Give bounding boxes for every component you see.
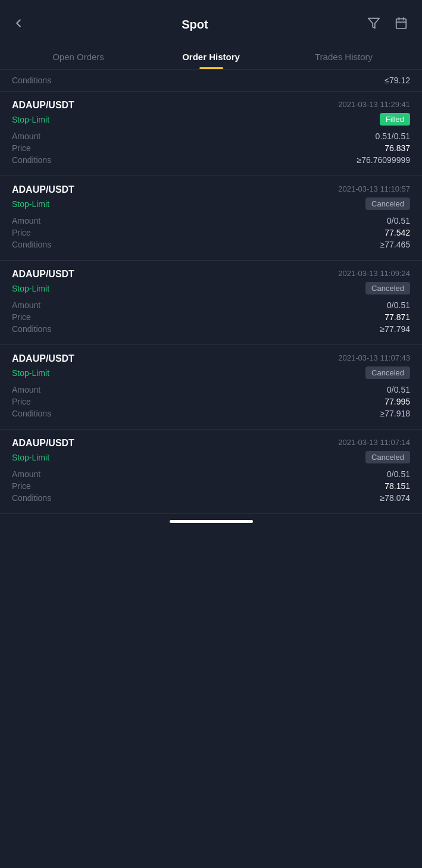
order-header-4: ADAUP/USDT 2021-03-13 11:07:14 <box>12 438 410 449</box>
order-amount-row-2: Amount 0/0.51 <box>12 300 410 310</box>
order-price-label-4: Price <box>12 481 31 491</box>
order-status-badge-0: Filled <box>380 113 410 126</box>
order-header-3: ADAUP/USDT 2021-03-13 11:07:43 <box>12 353 410 364</box>
order-amount-row-0: Amount 0.51/0.51 <box>12 131 410 141</box>
order-price-label-2: Price <box>12 312 31 322</box>
order-conditions-value-2: ≥77.794 <box>380 324 410 334</box>
order-status-badge-3: Canceled <box>365 366 410 379</box>
order-amount-label-3: Amount <box>12 385 40 394</box>
order-price-row-4: Price 78.151 <box>12 481 410 491</box>
order-status-badge-1: Canceled <box>365 198 410 210</box>
order-conditions-value-3: ≥77.918 <box>380 409 410 418</box>
order-conditions-row-2: Conditions ≥77.794 <box>12 324 410 334</box>
order-amount-label-0: Amount <box>12 131 40 141</box>
order-conditions-label-3: Conditions <box>12 409 51 418</box>
order-amount-label-1: Amount <box>12 216 40 225</box>
order-type-row-4: Stop-Limit Canceled <box>12 451 410 463</box>
order-header-0: ADAUP/USDT 2021-03-13 11:29:41 <box>12 100 410 111</box>
order-pair-0: ADAUP/USDT <box>12 100 74 111</box>
order-conditions-row-1: Conditions ≥77.465 <box>12 240 410 249</box>
order-price-value-2: 77.871 <box>385 312 410 322</box>
svg-rect-1 <box>396 19 407 29</box>
order-amount-value-1: 0/0.51 <box>387 216 410 225</box>
order-conditions-row-0: Conditions ≥76.76099999 <box>12 155 410 165</box>
order-type-1: Stop-Limit <box>12 199 49 209</box>
order-amount-value-2: 0/0.51 <box>387 300 410 310</box>
order-type-2: Stop-Limit <box>12 284 49 293</box>
order-type-row-2: Stop-Limit Canceled <box>12 282 410 294</box>
order-price-value-3: 77.995 <box>385 397 410 406</box>
order-price-value-0: 76.837 <box>385 143 410 153</box>
calendar-button[interactable] <box>392 14 410 35</box>
top-conditions-label: Conditions <box>12 76 51 85</box>
order-date-0: 2021-03-13 11:29:41 <box>338 100 410 109</box>
order-type-row-0: Stop-Limit Filled <box>12 113 410 126</box>
order-price-row-3: Price 77.995 <box>12 397 410 406</box>
order-type-0: Stop-Limit <box>12 115 49 124</box>
order-conditions-label-0: Conditions <box>12 155 51 165</box>
order-conditions-value-1: ≥77.465 <box>380 240 410 249</box>
tab-bar: Open Orders Order History Trades History <box>0 45 422 69</box>
order-conditions-label-4: Conditions <box>12 493 51 503</box>
order-amount-row-1: Amount 0/0.51 <box>12 216 410 225</box>
order-price-value-1: 77.542 <box>385 228 410 237</box>
order-type-row-3: Stop-Limit Canceled <box>12 366 410 379</box>
order-price-row-1: Price 77.542 <box>12 228 410 237</box>
filter-button[interactable] <box>365 14 383 35</box>
order-price-value-4: 78.151 <box>385 481 410 491</box>
tab-open-orders[interactable]: Open Orders <box>12 45 145 69</box>
order-amount-label-4: Amount <box>12 469 40 479</box>
order-conditions-label-2: Conditions <box>12 324 51 334</box>
order-amount-row-3: Amount 0/0.51 <box>12 385 410 394</box>
order-status-badge-2: Canceled <box>365 282 410 294</box>
order-type-3: Stop-Limit <box>12 368 49 378</box>
order-status-badge-4: Canceled <box>365 451 410 463</box>
order-date-3: 2021-03-13 11:07:43 <box>338 353 410 362</box>
order-conditions-row-3: Conditions ≥77.918 <box>12 409 410 418</box>
order-pair-4: ADAUP/USDT <box>12 438 74 449</box>
order-pair-1: ADAUP/USDT <box>12 184 74 195</box>
order-conditions-row-4: Conditions ≥78.074 <box>12 493 410 503</box>
order-conditions-value-0: ≥76.76099999 <box>357 155 410 165</box>
order-conditions-label-1: Conditions <box>12 240 51 249</box>
order-card-3: ADAUP/USDT 2021-03-13 11:07:43 Stop-Limi… <box>0 345 422 430</box>
svg-marker-0 <box>368 18 379 29</box>
home-bar <box>170 520 253 523</box>
order-pair-2: ADAUP/USDT <box>12 269 74 280</box>
order-date-2: 2021-03-13 11:09:24 <box>338 269 410 278</box>
order-amount-value-0: 0.51/0.51 <box>376 131 410 141</box>
order-card-1: ADAUP/USDT 2021-03-13 11:10:57 Stop-Limi… <box>0 176 422 261</box>
top-conditions-row: Conditions ≤79.12 <box>0 70 422 92</box>
order-amount-row-4: Amount 0/0.51 <box>12 469 410 479</box>
order-pair-3: ADAUP/USDT <box>12 353 74 364</box>
order-price-row-2: Price 77.871 <box>12 312 410 322</box>
order-date-4: 2021-03-13 11:07:14 <box>338 438 410 447</box>
page-title: Spot <box>182 18 208 32</box>
order-header-2: ADAUP/USDT 2021-03-13 11:09:24 <box>12 269 410 280</box>
back-button[interactable] <box>12 17 25 33</box>
top-conditions-value: ≤79.12 <box>385 76 410 85</box>
order-conditions-value-4: ≥78.074 <box>380 493 410 503</box>
header-icons <box>365 14 410 35</box>
order-card-2: ADAUP/USDT 2021-03-13 11:09:24 Stop-Limi… <box>0 261 422 345</box>
tab-order-history[interactable]: Order History <box>145 45 277 69</box>
order-price-label-0: Price <box>12 143 31 153</box>
order-price-row-0: Price 76.837 <box>12 143 410 153</box>
order-card-4: ADAUP/USDT 2021-03-13 11:07:14 Stop-Limi… <box>0 430 422 514</box>
home-indicator <box>0 514 422 529</box>
order-amount-label-2: Amount <box>12 300 40 310</box>
order-type-row-1: Stop-Limit Canceled <box>12 198 410 210</box>
order-card-0: ADAUP/USDT 2021-03-13 11:29:41 Stop-Limi… <box>0 92 422 176</box>
order-amount-value-3: 0/0.51 <box>387 385 410 394</box>
order-price-label-3: Price <box>12 397 31 406</box>
order-date-1: 2021-03-13 11:10:57 <box>338 184 410 193</box>
order-type-4: Stop-Limit <box>12 453 49 462</box>
order-amount-value-4: 0/0.51 <box>387 469 410 479</box>
header: Spot <box>0 0 422 45</box>
order-price-label-1: Price <box>12 228 31 237</box>
order-header-1: ADAUP/USDT 2021-03-13 11:10:57 <box>12 184 410 195</box>
tab-trades-history[interactable]: Trades History <box>277 45 410 69</box>
